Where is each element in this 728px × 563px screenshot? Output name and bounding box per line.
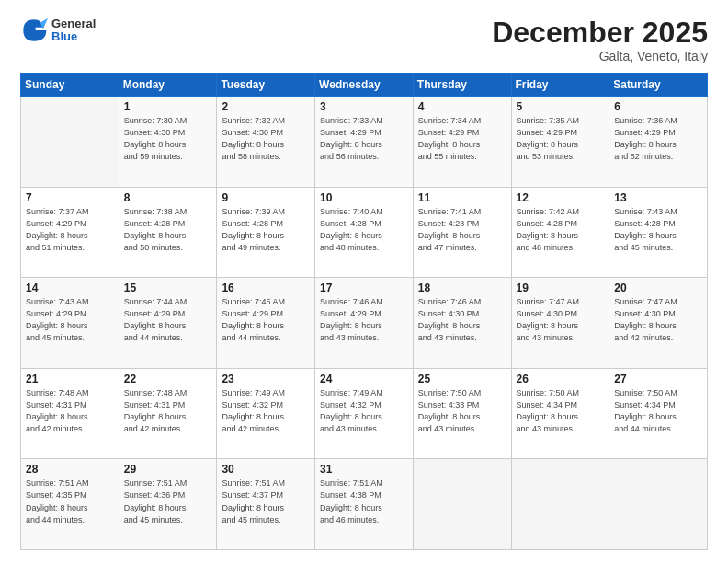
day-number: 29: [124, 463, 212, 476]
day-number: 10: [320, 191, 408, 204]
day-number: 1: [124, 100, 212, 113]
calendar-cell: 16Sunrise: 7:45 AMSunset: 4:29 PMDayligh…: [217, 278, 315, 369]
weekday-wednesday: Wednesday: [315, 74, 414, 97]
day-number: 8: [124, 191, 212, 204]
calendar-cell: 11Sunrise: 7:41 AMSunset: 4:28 PMDayligh…: [413, 187, 511, 278]
logo: General Blue: [20, 17, 96, 44]
calendar-header: SundayMondayTuesdayWednesdayThursdayFrid…: [21, 74, 708, 97]
day-info: Sunrise: 7:50 AMSunset: 4:34 PMDaylight:…: [517, 387, 605, 435]
logo-text: General Blue: [51, 17, 96, 44]
day-info: Sunrise: 7:51 AMSunset: 4:35 PMDaylight:…: [26, 477, 114, 525]
calendar-cell: 18Sunrise: 7:46 AMSunset: 4:30 PMDayligh…: [413, 278, 511, 369]
day-number: 20: [614, 282, 702, 294]
calendar-week-1: 7Sunrise: 7:37 AMSunset: 4:29 PMDaylight…: [21, 187, 708, 278]
day-info: Sunrise: 7:50 AMSunset: 4:34 PMDaylight:…: [614, 387, 702, 435]
calendar-cell: 26Sunrise: 7:50 AMSunset: 4:34 PMDayligh…: [511, 368, 609, 459]
calendar-cell: 28Sunrise: 7:51 AMSunset: 4:35 PMDayligh…: [21, 459, 119, 550]
day-number: 25: [418, 373, 506, 385]
day-number: 13: [614, 191, 702, 204]
calendar-cell: 2Sunrise: 7:32 AMSunset: 4:30 PMDaylight…: [217, 97, 315, 188]
day-info: Sunrise: 7:43 AMSunset: 4:28 PMDaylight:…: [614, 206, 702, 254]
calendar-week-2: 14Sunrise: 7:43 AMSunset: 4:29 PMDayligh…: [21, 278, 708, 369]
weekday-monday: Monday: [119, 74, 217, 97]
weekday-friday: Friday: [511, 74, 609, 97]
day-info: Sunrise: 7:50 AMSunset: 4:33 PMDaylight:…: [418, 387, 506, 435]
day-number: 21: [26, 373, 114, 385]
calendar-week-0: 1Sunrise: 7:30 AMSunset: 4:30 PMDaylight…: [21, 97, 708, 188]
page: General Blue December 2025 Galta, Veneto…: [0, 0, 728, 563]
day-number: 16: [222, 282, 310, 294]
day-number: 17: [320, 282, 408, 294]
day-number: 30: [222, 463, 310, 476]
day-info: Sunrise: 7:32 AMSunset: 4:30 PMDaylight:…: [222, 115, 310, 163]
calendar-cell: 23Sunrise: 7:49 AMSunset: 4:32 PMDayligh…: [217, 368, 315, 459]
calendar-body: 1Sunrise: 7:30 AMSunset: 4:30 PMDaylight…: [21, 97, 708, 550]
day-info: Sunrise: 7:51 AMSunset: 4:38 PMDaylight:…: [320, 477, 408, 525]
day-info: Sunrise: 7:38 AMSunset: 4:28 PMDaylight:…: [124, 206, 212, 254]
day-info: Sunrise: 7:43 AMSunset: 4:29 PMDaylight:…: [26, 296, 114, 344]
day-number: 26: [517, 373, 605, 385]
weekday-saturday: Saturday: [609, 74, 708, 97]
calendar-cell: 10Sunrise: 7:40 AMSunset: 4:28 PMDayligh…: [315, 187, 414, 278]
title-block: December 2025 Galta, Veneto, Italy: [492, 17, 708, 63]
calendar-cell: 27Sunrise: 7:50 AMSunset: 4:34 PMDayligh…: [609, 368, 708, 459]
calendar-cell: [21, 97, 119, 188]
day-number: 11: [418, 191, 506, 204]
day-info: Sunrise: 7:39 AMSunset: 4:28 PMDaylight:…: [222, 206, 310, 254]
logo-icon: [20, 17, 48, 44]
calendar-cell: 19Sunrise: 7:47 AMSunset: 4:30 PMDayligh…: [511, 278, 609, 369]
day-info: Sunrise: 7:45 AMSunset: 4:29 PMDaylight:…: [222, 296, 310, 344]
day-number: 27: [614, 373, 702, 385]
calendar-cell: 5Sunrise: 7:35 AMSunset: 4:29 PMDaylight…: [511, 97, 609, 188]
logo-general: General: [51, 17, 96, 30]
calendar-table: SundayMondayTuesdayWednesdayThursdayFrid…: [20, 73, 708, 550]
weekday-thursday: Thursday: [413, 74, 511, 97]
day-number: 2: [222, 100, 310, 113]
day-number: 18: [418, 282, 506, 294]
day-number: 23: [222, 373, 310, 385]
day-info: Sunrise: 7:49 AMSunset: 4:32 PMDaylight:…: [222, 387, 310, 435]
day-number: 12: [517, 191, 605, 204]
day-info: Sunrise: 7:42 AMSunset: 4:28 PMDaylight:…: [517, 206, 605, 254]
weekday-tuesday: Tuesday: [217, 74, 315, 97]
day-number: 9: [222, 191, 310, 204]
day-info: Sunrise: 7:30 AMSunset: 4:30 PMDaylight:…: [124, 115, 212, 163]
calendar-cell: 9Sunrise: 7:39 AMSunset: 4:28 PMDaylight…: [217, 187, 315, 278]
calendar-week-3: 21Sunrise: 7:48 AMSunset: 4:31 PMDayligh…: [21, 368, 708, 459]
calendar-cell: 8Sunrise: 7:38 AMSunset: 4:28 PMDaylight…: [119, 187, 217, 278]
calendar-cell: 13Sunrise: 7:43 AMSunset: 4:28 PMDayligh…: [609, 187, 708, 278]
weekday-sunday: Sunday: [21, 74, 119, 97]
calendar-week-4: 28Sunrise: 7:51 AMSunset: 4:35 PMDayligh…: [21, 459, 708, 550]
calendar-cell: 25Sunrise: 7:50 AMSunset: 4:33 PMDayligh…: [413, 368, 511, 459]
calendar-cell: [413, 459, 511, 550]
day-info: Sunrise: 7:44 AMSunset: 4:29 PMDaylight:…: [124, 296, 212, 344]
calendar-cell: 22Sunrise: 7:48 AMSunset: 4:31 PMDayligh…: [119, 368, 217, 459]
calendar-cell: 14Sunrise: 7:43 AMSunset: 4:29 PMDayligh…: [21, 278, 119, 369]
day-number: 6: [614, 100, 702, 113]
logo-blue: Blue: [51, 30, 96, 43]
calendar-cell: 7Sunrise: 7:37 AMSunset: 4:29 PMDaylight…: [21, 187, 119, 278]
day-info: Sunrise: 7:37 AMSunset: 4:29 PMDaylight:…: [26, 206, 114, 254]
day-number: 19: [517, 282, 605, 294]
calendar-cell: 29Sunrise: 7:51 AMSunset: 4:36 PMDayligh…: [119, 459, 217, 550]
calendar-cell: 21Sunrise: 7:48 AMSunset: 4:31 PMDayligh…: [21, 368, 119, 459]
calendar-cell: [609, 459, 708, 550]
month-title: December 2025: [492, 17, 708, 49]
day-number: 15: [124, 282, 212, 294]
day-info: Sunrise: 7:40 AMSunset: 4:28 PMDaylight:…: [320, 206, 408, 254]
day-info: Sunrise: 7:48 AMSunset: 4:31 PMDaylight:…: [124, 387, 212, 435]
day-number: 24: [320, 373, 408, 385]
day-info: Sunrise: 7:46 AMSunset: 4:30 PMDaylight:…: [418, 296, 506, 344]
day-number: 28: [26, 463, 114, 476]
day-number: 31: [320, 463, 408, 476]
weekday-header-row: SundayMondayTuesdayWednesdayThursdayFrid…: [21, 74, 708, 97]
day-info: Sunrise: 7:36 AMSunset: 4:29 PMDaylight:…: [614, 115, 702, 163]
calendar-cell: 15Sunrise: 7:44 AMSunset: 4:29 PMDayligh…: [119, 278, 217, 369]
calendar-cell: 30Sunrise: 7:51 AMSunset: 4:37 PMDayligh…: [217, 459, 315, 550]
day-number: 3: [320, 100, 408, 113]
day-info: Sunrise: 7:51 AMSunset: 4:36 PMDaylight:…: [124, 477, 212, 525]
calendar-cell: 31Sunrise: 7:51 AMSunset: 4:38 PMDayligh…: [315, 459, 414, 550]
day-info: Sunrise: 7:49 AMSunset: 4:32 PMDaylight:…: [320, 387, 408, 435]
day-info: Sunrise: 7:47 AMSunset: 4:30 PMDaylight:…: [614, 296, 702, 344]
day-number: 22: [124, 373, 212, 385]
